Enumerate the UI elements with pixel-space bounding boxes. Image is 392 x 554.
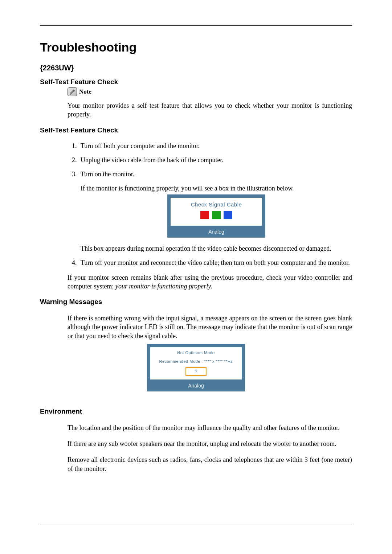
section-warning-messages: Warning Messages <box>40 298 352 306</box>
step-after-figure: This box appears during normal operation… <box>81 245 352 253</box>
model-heading: {2263UW} <box>40 64 352 72</box>
osd-question-box: ? <box>185 367 207 376</box>
self-test-steps: Turn off both your computer and the moni… <box>68 142 352 267</box>
green-square-icon <box>212 211 221 219</box>
step-text: Turn off your monitor and reconnect the … <box>81 259 350 266</box>
step-text: Unplug the video cable from the back of … <box>81 156 224 164</box>
page-content: Troubleshooting {2263UW} Self-Test Featu… <box>40 26 352 473</box>
paragraph: The location and the position of the mon… <box>68 423 352 432</box>
warning-body: If there is something wrong with the inp… <box>68 314 352 340</box>
step-4: Turn off your monitor and reconnect the … <box>78 259 352 267</box>
osd-color-squares <box>173 211 260 219</box>
red-square-icon <box>200 211 209 219</box>
section-self-test-2: Self-Test Feature Check <box>40 126 352 134</box>
paragraph: If there is something wrong with the inp… <box>68 314 352 340</box>
paragraph: If your monitor screen remains blank aft… <box>68 273 352 291</box>
step-text: Turn on the monitor. <box>81 171 134 178</box>
osd-outer-frame: Not Optimum Mode Recommended Mode : ****… <box>147 344 245 391</box>
note-callout: Note <box>68 87 352 96</box>
bottom-rule <box>40 524 352 524</box>
step-text: Turn off both your computer and the moni… <box>81 142 200 149</box>
section-environment: Environment <box>40 407 352 415</box>
osd-outer-frame: Check Signal Cable Analog <box>167 194 265 238</box>
osd-inner-panel: Not Optimum Mode Recommended Mode : ****… <box>150 347 242 380</box>
self-test-closing: If your monitor screen remains blank aft… <box>68 273 352 291</box>
blue-square-icon <box>224 211 232 219</box>
document-page: Troubleshooting {2263UW} Self-Test Featu… <box>0 0 392 554</box>
step-3: Turn on the monitor. If the monitor is f… <box>78 171 352 253</box>
self-test-intro: Your monitor provides a self test featur… <box>68 101 352 119</box>
section-self-test-1: Self-Test Feature Check <box>40 78 352 86</box>
step-1: Turn off both your computer and the moni… <box>78 142 352 150</box>
step-2: Unplug the video cable from the back of … <box>78 156 352 164</box>
osd-message-line1: Not Optimum Mode <box>152 350 240 355</box>
note-label: Note <box>79 88 91 95</box>
osd-inner-panel: Check Signal Cable <box>170 197 262 226</box>
environment-body: The location and the position of the mon… <box>68 423 352 473</box>
paragraph: If there are any sub woofer speakers nea… <box>68 439 352 448</box>
paragraph: Your monitor provides a self test featur… <box>68 101 352 119</box>
osd-mode-label: Analog <box>150 382 242 389</box>
osd-check-signal-figure: Check Signal Cable Analog <box>167 194 265 238</box>
page-title: Troubleshooting <box>40 40 352 54</box>
closing-italic: your monitor is functioning properly. <box>115 283 212 290</box>
paragraph: Remove all electronic devices such as ra… <box>68 455 352 473</box>
osd-message-line2: Recommended Mode : **** x **** **Hz <box>152 359 240 364</box>
step-subtext: If the monitor is functioning properly, … <box>81 185 352 192</box>
note-icon <box>68 87 77 96</box>
osd-message-text: Check Signal Cable <box>173 201 260 208</box>
osd-not-optimum-figure: Not Optimum Mode Recommended Mode : ****… <box>147 344 245 391</box>
osd-mode-label: Analog <box>170 228 262 235</box>
